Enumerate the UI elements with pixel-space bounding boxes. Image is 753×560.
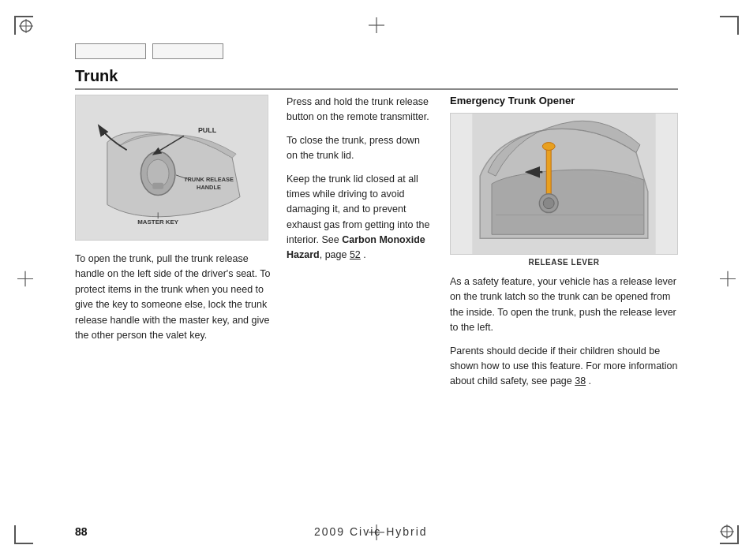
link-page-52[interactable]: 52 — [350, 249, 361, 260]
svg-text:PULL: PULL — [198, 126, 217, 134]
top-tabs — [75, 43, 223, 59]
release-lever-label: RELEASE LEVER — [450, 258, 678, 267]
corner-bracket-bl — [14, 525, 33, 544]
side-cross-left — [17, 271, 33, 289]
trunk-illustration: PULL TRUNK RELEASE HANDLE MASTER KEY — [75, 95, 268, 241]
middle-para-1: Press and hold the trunk release button … — [287, 95, 433, 125]
corner-bracket-tr — [720, 16, 739, 35]
svg-text:MASTER KEY: MASTER KEY — [137, 218, 179, 226]
middle-para-3: Keep the trunk lid closed at all times w… — [287, 172, 433, 263]
tab-box-2 — [152, 43, 223, 59]
emergency-illustration — [450, 113, 678, 255]
right-column: Emergency Trunk Opener — [442, 95, 678, 505]
content-area: PULL TRUNK RELEASE HANDLE MASTER KEY To … — [75, 95, 678, 505]
regmark-br — [720, 525, 734, 541]
svg-rect-17 — [152, 183, 163, 189]
top-center-cross — [369, 17, 384, 35]
link-page-38[interactable]: 38 — [575, 375, 586, 386]
svg-point-27 — [542, 143, 555, 151]
svg-text:TRUNK RELEASE: TRUNK RELEASE — [184, 176, 234, 183]
title-rule — [75, 88, 678, 90]
page-number: 88 — [75, 525, 88, 538]
page-title: Trunk — [75, 67, 678, 85]
left-body-text: To open the trunk, pull the trunk releas… — [75, 252, 272, 343]
title-area: Trunk — [75, 67, 678, 90]
regmark-tl — [19, 19, 33, 35]
middle-column: Press and hold the trunk release button … — [272, 95, 442, 505]
svg-point-29 — [543, 198, 554, 209]
emergency-title: Emergency Trunk Opener — [450, 95, 678, 106]
side-cross-right — [720, 271, 736, 289]
middle-para-2: To close the trunk, press down on the tr… — [287, 133, 433, 164]
tab-box-1 — [75, 43, 146, 59]
footer: 88 2009 Civic Hybrid — [75, 525, 678, 538]
svg-text:HANDLE: HANDLE — [197, 184, 221, 191]
footer-title: 2009 Civic Hybrid — [314, 525, 428, 538]
svg-rect-26 — [546, 145, 551, 200]
left-column: PULL TRUNK RELEASE HANDLE MASTER KEY To … — [75, 95, 272, 505]
right-para-2: Parents should decide if their children … — [450, 344, 678, 390]
right-body-text: As a safety feature, your vehicle has a … — [450, 274, 678, 390]
middle-body-text: Press and hold the trunk release button … — [287, 95, 433, 263]
page: Trunk — [0, 0, 753, 560]
right-para-1: As a safety feature, your vehicle has a … — [450, 274, 678, 336]
